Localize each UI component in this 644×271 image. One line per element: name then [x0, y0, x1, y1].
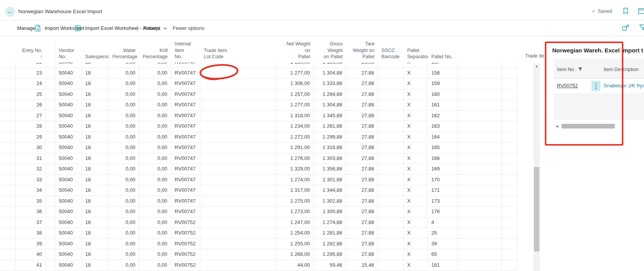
cell-sscc-barcode[interactable] [378, 260, 404, 271]
cell-pallet-separator[interactable]: X [404, 89, 428, 100]
cell-pallet-separator[interactable]: X [404, 175, 428, 185]
cell-krill-percentage[interactable]: 0,00 [139, 196, 171, 207]
cell-pallet-no[interactable]: 169 [428, 164, 458, 174]
cell-vendor-no[interactable]: 50040 [55, 68, 82, 78]
cell-pallet-no[interactable]: 159 [428, 78, 458, 89]
cell-krill-percentage[interactable]: 0,00 [139, 89, 171, 100]
table-row[interactable]: 2350040180,000,00RV007471 277,001 304,88… [0, 68, 517, 79]
cell-entry-no[interactable]: 29 [16, 132, 46, 142]
cell-vendor-no[interactable]: 50040 [55, 207, 82, 217]
cell-water-percentage[interactable]: 0,00 [109, 249, 139, 260]
cell-vendor-no[interactable]: 50040 [55, 239, 82, 249]
cell-gross-weight[interactable]: 1 301,88 [314, 175, 346, 185]
cell-tare-weight[interactable]: 27,88 [346, 207, 378, 217]
cell-krill-percentage[interactable]: 0,00 [139, 121, 171, 132]
cell-tare-weight[interactable]: 27,88 [346, 185, 378, 196]
cell-salesperson[interactable]: 18 [82, 217, 109, 228]
cell-salesperson[interactable]: 18 [82, 153, 109, 164]
cell-internal-item-no[interactable]: RV00747 [171, 175, 200, 185]
cell-trade-item-lot-code[interactable] [200, 121, 277, 132]
table-row[interactable]: 2650040180,000,00RV007471 277,001 304,88… [0, 100, 517, 111]
column-header-pallet-no[interactable]: Pallet No. [428, 54, 458, 63]
back-button[interactable]: ← [5, 7, 15, 17]
cell-pallet-no[interactable]: 165 [428, 142, 458, 153]
cell-vendor-no[interactable]: 50040 [55, 100, 82, 110]
cell-tare-weight[interactable]: 27,88 [346, 217, 378, 228]
cell-gross-weight[interactable]: 1 333,88 [314, 78, 346, 89]
cell-net-weight[interactable]: 1 276,00 [277, 153, 314, 164]
cell-sscc-barcode[interactable] [378, 100, 404, 110]
cell-net-weight[interactable]: 1 317,00 [277, 185, 314, 196]
cell-net-weight[interactable]: 1 329,00 [277, 164, 314, 174]
cell-trade-item-lot-code[interactable] [200, 153, 277, 164]
cell-tare-weight[interactable]: 27,88 [346, 78, 378, 89]
cell-tare-weight[interactable]: 27,88 [346, 164, 378, 174]
cell-internal-item-no[interactable]: RV00747 [171, 142, 200, 153]
cell-gross-weight[interactable]: 1 300,88 [314, 207, 346, 217]
cell-pallet-no[interactable]: 164 [428, 132, 458, 142]
cell-krill-percentage[interactable]: 0,00 [139, 164, 171, 174]
cell-entry-no[interactable]: 26 [16, 100, 46, 110]
cell-net-weight[interactable]: 1 318,00 [277, 111, 314, 121]
cell-salesperson[interactable]: 18 [82, 249, 109, 260]
cell-entry-no[interactable]: 34 [16, 185, 46, 196]
cell-vendor-no[interactable]: 50040 [55, 132, 82, 142]
column-header-trade-item[interactable]: Trade Ite [525, 53, 547, 59]
cell-trade-item-lot-code[interactable] [200, 196, 277, 207]
cell-net-weight[interactable]: 1 268,00 [277, 249, 314, 260]
cell-trade-item-lot-code[interactable] [200, 100, 277, 110]
cell-gross-weight[interactable]: 1 284,88 [314, 89, 346, 100]
cell-sscc-barcode[interactable] [378, 217, 404, 228]
table-row[interactable]: 2950040180,000,00RV007471 272,001 299,88… [0, 132, 517, 143]
cell-entry-no[interactable]: 27 [16, 111, 46, 121]
cell-salesperson[interactable]: 18 [82, 175, 109, 185]
cell-pallet-no[interactable]: 161 [428, 100, 458, 110]
cell-water-percentage[interactable]: 0,00 [109, 260, 139, 271]
cell-entry-no[interactable]: 28 [16, 121, 46, 132]
cell-tare-weight[interactable]: 27,88 [346, 89, 378, 100]
cell-krill-percentage[interactable]: 0,00 [139, 63, 171, 68]
cell-gross-weight[interactable]: 1 318,88 [314, 142, 346, 153]
cell-gross-weight[interactable]: 1 356,88 [314, 164, 346, 174]
scroll-up-icon[interactable]: ▲ [534, 64, 540, 68]
cell-salesperson[interactable]: 18 [82, 207, 109, 217]
cell-water-percentage[interactable]: 0,00 [109, 175, 139, 185]
cell-entry-no[interactable]: 33 [16, 175, 46, 185]
cell-vendor-no[interactable]: 50040 [55, 249, 82, 260]
column-header-krill-percentage[interactable]: Krill Percentage [139, 47, 171, 63]
table-row[interactable]: 3250040180,000,00RV007471 329,001 356,88… [0, 164, 517, 175]
cell-pallet-separator[interactable]: X [404, 153, 428, 164]
cell-salesperson[interactable]: 18 [82, 142, 109, 153]
cell-krill-percentage[interactable]: 0,00 [139, 239, 171, 249]
cell-internal-item-no[interactable]: RV00747 [171, 78, 200, 89]
cell-salesperson[interactable]: 18 [82, 68, 109, 78]
cell-water-percentage[interactable]: 0,00 [109, 185, 139, 196]
cell-trade-item-lot-code[interactable] [200, 78, 277, 89]
cell-vendor-no[interactable]: 50040 [55, 63, 82, 68]
cell-gross-weight[interactable]: 1 274,88 [314, 217, 346, 228]
cell-net-weight[interactable]: 1 275,00 [277, 196, 314, 207]
cell-sscc-barcode[interactable] [378, 132, 404, 142]
cell-vendor-no[interactable]: 50040 [55, 89, 82, 100]
cell-water-percentage[interactable]: 0,00 [109, 207, 139, 217]
cell-krill-percentage[interactable]: 0,00 [139, 78, 171, 89]
cell-pallet-separator[interactable]: X [404, 207, 428, 217]
cell-sscc-barcode[interactable] [378, 175, 404, 185]
cell-tare-weight[interactable]: 27,88 [346, 239, 378, 249]
cell-tare-weight[interactable]: 15,46 [346, 260, 378, 271]
cell-vendor-no[interactable]: 50040 [55, 217, 82, 228]
cell-vendor-no[interactable]: 50040 [55, 153, 82, 164]
cell-tare-weight[interactable]: 27,88 [346, 153, 378, 164]
cell-internal-item-no[interactable]: RV00747 [171, 207, 200, 217]
cell-internal-item-no[interactable]: RV00752 [171, 228, 200, 238]
cell-internal-item-no[interactable]: RV00747 [171, 121, 200, 132]
cell-water-percentage[interactable]: 0,00 [109, 100, 139, 110]
cell-entry-no[interactable]: 36 [16, 207, 46, 217]
cell-water-percentage[interactable]: 0,00 [109, 89, 139, 100]
cell-net-weight[interactable]: 44,00 [277, 260, 314, 271]
cell-entry-no[interactable]: 37 [16, 217, 46, 228]
cell-sscc-barcode[interactable] [378, 164, 404, 174]
cell-salesperson[interactable]: 18 [82, 89, 109, 100]
cell-salesperson[interactable]: 18 [82, 121, 109, 132]
horizontal-scrollbar-thumb[interactable] [562, 124, 615, 129]
